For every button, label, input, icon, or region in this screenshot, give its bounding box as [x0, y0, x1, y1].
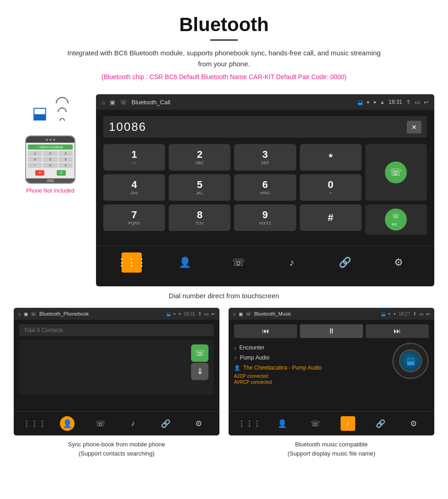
play-pause-btn[interactable]: ⏸	[300, 324, 363, 338]
dial-caption: Dial number direct from touchscreen	[0, 292, 448, 300]
answer-call-icon: ☏	[385, 161, 407, 183]
a2dp-status: A2DP connected	[234, 374, 388, 379]
key-0[interactable]: 0+	[300, 174, 362, 201]
phone-call-btn: ✆	[57, 170, 66, 176]
note-icon: ♪	[234, 345, 237, 350]
pb-screen-icon: ▣	[24, 311, 28, 317]
phone-key: 5	[43, 157, 57, 162]
signal-waves	[59, 99, 69, 123]
window-icon: ▭	[415, 99, 420, 106]
pb-dot2: ●	[179, 311, 181, 316]
calls-tool[interactable]: ☏	[229, 252, 249, 273]
track-info: ♪ Encounter ○ Pump Audio 👤 The Cheebacab…	[234, 343, 388, 385]
keypad-grid: 1○○ 2ABC 3DEF * ☏	[103, 144, 427, 235]
music-mini-toolbar: ⋮⋮⋮ 👤 ☏ ♪ 🔗 ⚙	[229, 411, 434, 435]
sync-contacts-btn[interactable]: ⇓	[191, 363, 208, 380]
pb-title: Bluetooth_Phonebook	[39, 311, 164, 317]
ms-time: 18:27	[399, 311, 410, 317]
phone-top-bar	[26, 136, 75, 143]
phone-bottom-row: ✕ ✆	[28, 169, 73, 177]
settings-tool[interactable]: ⚙	[389, 252, 409, 273]
ms-window: ▭	[419, 311, 423, 317]
phone-key: 4	[28, 157, 42, 162]
ms-phone-icon: ☏	[245, 311, 251, 317]
music-note-overlay: ♪	[428, 345, 431, 352]
bt-vinyl: ⬓	[392, 343, 429, 379]
pb-expand: ⇑	[198, 311, 202, 317]
bt-vinyl-inner: ⬓	[399, 349, 422, 372]
contacts-tool[interactable]: 👤	[175, 252, 195, 273]
phone-key: 6	[59, 157, 73, 162]
phone-key: 1	[28, 151, 42, 156]
ms-bt-icon: ⬓	[381, 311, 385, 317]
pb-window: ▭	[204, 311, 208, 317]
phone-home-button[interactable]	[47, 179, 54, 182]
phonebook-status-bar: ⌂ ▣ ☏ Bluetooth_Phonebook ⬓ ● ● 18:31 ⇑ …	[14, 308, 219, 320]
main-section: ⬓ + Add to Contacts 1 2 3 4	[0, 94, 448, 286]
phonebook-mini-screen: ⌂ ▣ ☏ Bluetooth_Phonebook ⬓ ● ● 18:31 ⇑ …	[14, 308, 219, 435]
key-7[interactable]: 7PQRS	[103, 204, 165, 231]
phone-key: *	[28, 163, 42, 168]
pb-calls-tool[interactable]: ☏	[93, 416, 107, 431]
pb-time: 18:31	[184, 311, 195, 317]
call-contacts-btn[interactable]: ☏	[191, 344, 208, 362]
backspace-button[interactable]: ✕	[407, 121, 421, 134]
music-tool[interactable]: ♪	[282, 252, 302, 273]
wifi-dot1: ●	[367, 99, 370, 105]
vinyl-container: ⬓ ♪	[392, 343, 429, 379]
contacts-list-area: ☏ ⇓	[19, 340, 214, 395]
prev-track-btn[interactable]: ⏮	[234, 324, 297, 338]
ms-dot1: ●	[388, 311, 390, 316]
pb-home-icon: ⌂	[18, 311, 21, 317]
ms-music-tool[interactable]: ♪	[341, 416, 355, 431]
key-4[interactable]: 4GHI	[103, 174, 165, 201]
key-9[interactable]: 9WXYZ	[234, 204, 296, 231]
ms-dialpad-tool[interactable]: ⋮⋮⋮	[242, 416, 257, 431]
key-3[interactable]: 3DEF	[234, 144, 296, 171]
bluetooth-icon: ⬓	[32, 103, 48, 123]
link-tool[interactable]: 🔗	[335, 252, 355, 273]
track-name-2: Pump Audio	[240, 354, 270, 361]
pb-contacts-tool[interactable]: 👤	[60, 416, 75, 431]
key-5[interactable]: 5JKL	[169, 174, 230, 201]
ms-expand: ⇑	[413, 311, 416, 317]
ms-link-tool[interactable]: 🔗	[373, 416, 388, 431]
redial-button[interactable]: ☏RE	[365, 204, 427, 235]
key-star[interactable]: *	[300, 144, 362, 171]
key-8[interactable]: 8TUV	[169, 204, 230, 231]
pb-dot1: ●	[173, 311, 176, 316]
contacts-search-bar[interactable]: Total 0 Contacts	[19, 324, 214, 336]
pb-settings-tool[interactable]: ⚙	[191, 416, 206, 431]
key-2[interactable]: 2ABC	[169, 144, 230, 171]
call-button[interactable]: ☏	[365, 144, 427, 201]
ms-calls-tool[interactable]: ☏	[308, 416, 322, 431]
dialpad-tool[interactable]: ⋮⋮⋮	[122, 252, 142, 273]
pb-phone-icon: ☏	[31, 311, 37, 317]
subtitle-text: Integrated with BC6 Bluetooth module, su…	[64, 48, 384, 70]
next-track-btn[interactable]: ⏭	[366, 324, 429, 338]
key-1[interactable]: 1○○	[103, 144, 165, 171]
key-hash[interactable]: #	[300, 204, 362, 231]
pb-back: ↩	[211, 311, 215, 317]
avrcp-status: AVRCP connected	[234, 380, 388, 385]
ms-screen-icon: ▣	[239, 311, 243, 317]
key-6[interactable]: 6MNO	[234, 174, 296, 201]
wifi-dot2: ●	[373, 99, 376, 105]
phone-aside: ⬓ + Add to Contacts 1 2 3 4	[14, 94, 87, 194]
bottom-row: ⌂ ▣ ☏ Bluetooth_Phonebook ⬓ ● ● 18:31 ⇑ …	[0, 308, 448, 458]
page-title: Bluetooth	[9, 14, 439, 36]
pb-music-tool[interactable]: ♪	[126, 416, 140, 431]
ms-settings-tool[interactable]: ⚙	[406, 416, 421, 431]
phone-dialpad: 1 2 3 4 5 6 * 0 #	[28, 151, 73, 168]
chip-info: (Bluetooth chip : CSR BC6 Default Blueto…	[9, 73, 439, 80]
track-item-1: ♪ Encounter	[234, 343, 388, 353]
page-header: Bluetooth Integrated with BC6 Bluetooth …	[0, 0, 448, 94]
title-divider	[210, 39, 238, 41]
dial-number-display: 10086	[109, 120, 146, 134]
dial-input-row: 10086 ✕	[103, 116, 427, 138]
pb-link-tool[interactable]: 🔗	[158, 416, 173, 431]
ms-contacts-tool[interactable]: 👤	[275, 416, 289, 431]
phone-key: 3	[59, 151, 73, 156]
pb-dialpad-tool[interactable]: ⋮⋮⋮	[27, 416, 42, 431]
phonebook-content: Total 0 Contacts ☏ ⇓	[14, 320, 219, 411]
